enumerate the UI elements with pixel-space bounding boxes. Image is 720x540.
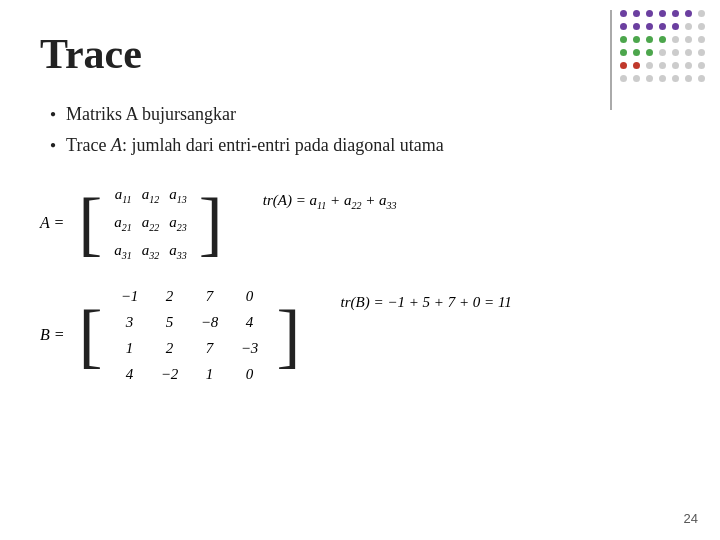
decorative-dot: [620, 49, 627, 56]
decorative-dot: [633, 23, 640, 30]
trace-b-formula: tr(B) = −1 + 5 + 7 + 0 = 11: [341, 284, 512, 311]
decorative-dot: [659, 10, 666, 17]
decorative-dot: [672, 75, 679, 82]
decorative-dot: [698, 23, 705, 30]
decorative-dot: [659, 49, 666, 56]
bullet-item-1: Matriks A bujursangkar: [50, 102, 680, 127]
page-title: Trace: [40, 30, 680, 78]
matrix-b-grid: −1 2 7 0 3 5 −8 4 1 2 7 −3 4 −2 1 0: [115, 284, 265, 386]
decorative-dot: [685, 23, 692, 30]
matrix-a-block: A = [ a11 a12 a13 a21 a22 a23 a31 a32 a3…: [40, 182, 223, 264]
decorative-dot: [685, 10, 692, 17]
bracket-right-b: ]: [277, 299, 301, 371]
matrix-b-block: B = [ −1 2 7 0 3 5 −8 4 1 2 7 −3 4 −2 1 …: [40, 284, 301, 386]
decorative-dot: [646, 23, 653, 30]
decorative-dot: [672, 62, 679, 69]
decorative-dot: [685, 49, 692, 56]
decorative-dot: [698, 36, 705, 43]
decorative-dot: [698, 49, 705, 56]
bracket-left-a: [: [78, 187, 102, 259]
decorative-dot: [659, 36, 666, 43]
bullet-list: Matriks A bujursangkar Trace A: jumlah d…: [40, 102, 680, 158]
decorative-dot: [672, 23, 679, 30]
decorative-dot: [633, 49, 640, 56]
decorative-dot: [646, 49, 653, 56]
decorative-dot: [685, 36, 692, 43]
page-number: 24: [684, 511, 698, 526]
decorative-dot: [659, 23, 666, 30]
matrix-b-section: B = [ −1 2 7 0 3 5 −8 4 1 2 7 −3 4 −2 1 …: [40, 284, 680, 386]
decorative-dot: [620, 62, 627, 69]
decorative-dot: [672, 49, 679, 56]
matrix-b-label: B =: [40, 326, 65, 344]
decorative-dot: [698, 10, 705, 17]
decorative-dot: [633, 36, 640, 43]
matrix-a-grid: a11 a12 a13 a21 a22 a23 a31 a32 a33: [114, 182, 187, 264]
decorative-dot: [646, 36, 653, 43]
page: Trace Matriks A bujursangkar Trace A: ju…: [0, 0, 720, 540]
bracket-left-b: [: [79, 299, 103, 371]
decorative-dot: [646, 10, 653, 17]
decorative-dot: [698, 75, 705, 82]
decorative-dot: [646, 62, 653, 69]
decorative-dot: [685, 75, 692, 82]
decorative-dot: [633, 62, 640, 69]
bullet-item-2: Trace A: jumlah dari entri-entri pada di…: [50, 133, 680, 158]
decorative-dot: [685, 62, 692, 69]
decorative-dot: [620, 75, 627, 82]
trace-a-formula: tr(A) = a11 + a22 + a33: [263, 182, 397, 211]
decorative-dot: [698, 62, 705, 69]
decorative-dot: [672, 36, 679, 43]
decorative-dot: [659, 75, 666, 82]
decorative-dot: [633, 10, 640, 17]
decorative-dot-grid: [620, 10, 710, 90]
decorative-dot: [633, 75, 640, 82]
decorative-dot: [659, 62, 666, 69]
matrix-a-section: A = [ a11 a12 a13 a21 a22 a23 a31 a32 a3…: [40, 182, 680, 264]
decorative-dot: [672, 10, 679, 17]
bracket-right-a: ]: [199, 187, 223, 259]
decorative-dot: [620, 10, 627, 17]
matrix-a-label: A =: [40, 214, 64, 232]
decorative-dot: [646, 75, 653, 82]
decorative-dot: [620, 36, 627, 43]
decorative-dot: [620, 23, 627, 30]
vertical-divider: [610, 10, 612, 110]
